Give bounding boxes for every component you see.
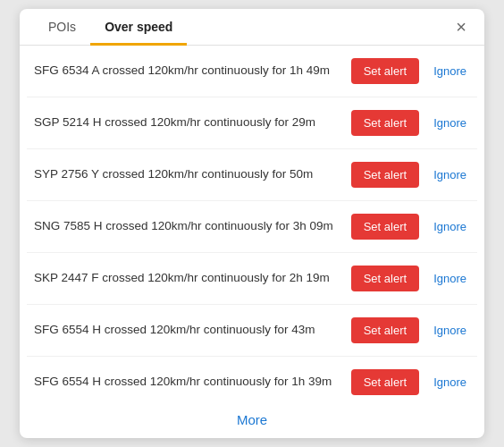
item-text-6: SFG 6554 H crossed 120km/hr continuously…: [34, 374, 340, 391]
more-row: More: [20, 400, 484, 438]
set-alert-button-3[interactable]: Set alert: [351, 214, 419, 240]
ignore-button-2[interactable]: Ignore: [430, 164, 470, 185]
list-item: SNG 7585 H crossed 120km/hr continuously…: [27, 201, 477, 253]
set-alert-button-2[interactable]: Set alert: [351, 162, 419, 188]
list-item: SGP 5214 H crossed 120km/hr continuously…: [27, 97, 477, 149]
ignore-button-5[interactable]: Ignore: [430, 320, 470, 341]
set-alert-button-1[interactable]: Set alert: [351, 110, 419, 136]
item-text-1: SGP 5214 H crossed 120km/hr continuously…: [34, 114, 340, 131]
ignore-button-6[interactable]: Ignore: [430, 372, 470, 392]
set-alert-button-6[interactable]: Set alert: [351, 369, 419, 395]
list-item: SKP 2447 F crossed 120km/hr continuously…: [27, 253, 477, 305]
item-text-5: SFG 6554 H crossed 120km/hr continuously…: [34, 322, 340, 339]
item-text-3: SNG 7585 H crossed 120km/hr continuously…: [34, 218, 340, 235]
ignore-button-1[interactable]: Ignore: [430, 113, 470, 133]
close-button[interactable]: ×: [449, 14, 474, 39]
ignore-button-3[interactable]: Ignore: [430, 216, 470, 237]
list-item: SFG 6534 A crossed 120km/hr continuously…: [27, 46, 477, 97]
ignore-button-0[interactable]: Ignore: [430, 61, 470, 81]
alerts-list: SFG 6534 A crossed 120km/hr continuously…: [20, 46, 484, 400]
panel: POIs Over speed × SFG 6534 A crossed 120…: [20, 9, 484, 438]
list-item: SFG 6554 H crossed 120km/hr continuously…: [27, 357, 477, 400]
more-button[interactable]: More: [237, 412, 267, 427]
set-alert-button-0[interactable]: Set alert: [351, 58, 419, 84]
item-text-2: SYP 2756 Y crossed 120km/hr continuously…: [34, 166, 340, 183]
item-text-0: SFG 6534 A crossed 120km/hr continuously…: [34, 63, 340, 80]
tab-over-speed[interactable]: Over speed: [90, 9, 187, 46]
set-alert-button-5[interactable]: Set alert: [351, 317, 419, 343]
item-text-4: SKP 2447 F crossed 120km/hr continuously…: [34, 270, 340, 287]
list-item: SFG 6554 H crossed 120km/hr continuously…: [27, 305, 477, 357]
tab-bar: POIs Over speed ×: [20, 9, 484, 46]
set-alert-button-4[interactable]: Set alert: [351, 266, 419, 291]
list-item: SYP 2756 Y crossed 120km/hr continuously…: [27, 149, 477, 201]
tab-pois[interactable]: POIs: [34, 9, 90, 46]
ignore-button-4[interactable]: Ignore: [430, 268, 470, 289]
